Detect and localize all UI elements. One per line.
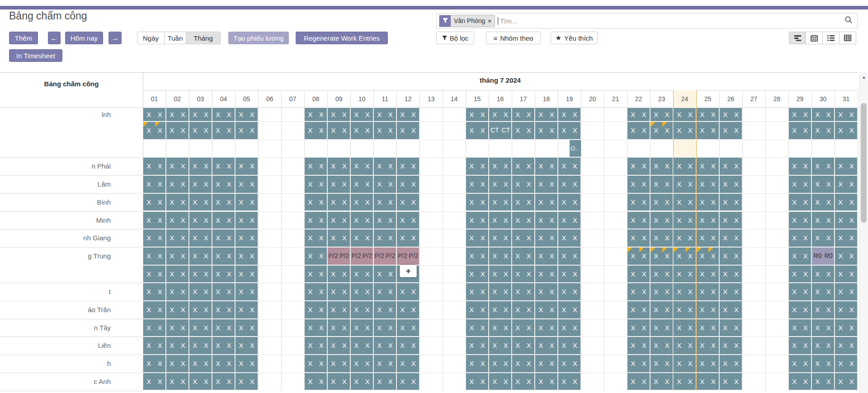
- attendance-cell[interactable]: XX: [305, 176, 327, 193]
- magnifier-icon[interactable]: [844, 16, 853, 26]
- attendance-cell[interactable]: XX: [697, 158, 719, 175]
- attendance-cell[interactable]: XX: [674, 266, 696, 283]
- attendance-cell[interactable]: XX: [512, 373, 534, 390]
- day-header-cell[interactable]: 11: [373, 90, 396, 108]
- day-header-cell[interactable]: 02: [166, 90, 189, 108]
- attendance-cell[interactable]: XX: [328, 194, 350, 211]
- attendance-cell[interactable]: XX: [305, 266, 327, 283]
- attendance-cell[interactable]: XX: [720, 212, 742, 229]
- attendance-cell[interactable]: XX: [789, 283, 811, 300]
- attendance-cell[interactable]: XX: [374, 108, 396, 121]
- attendance-cell[interactable]: XX: [674, 108, 696, 121]
- attendance-cell[interactable]: XX: [351, 229, 373, 247]
- attendance-cell[interactable]: XX: [189, 158, 212, 175]
- attendance-cell[interactable]: XX: [558, 194, 580, 211]
- attendance-cell[interactable]: P/2P/2: [397, 248, 419, 265]
- attendance-cell[interactable]: XX: [627, 248, 650, 265]
- attendance-cell[interactable]: XX: [236, 319, 258, 337]
- attendance-cell[interactable]: XX: [397, 283, 419, 300]
- attendance-cell[interactable]: XX: [189, 266, 212, 283]
- attendance-cell[interactable]: XX: [558, 248, 580, 265]
- gantt-view-button[interactable]: [789, 32, 806, 44]
- attendance-cell[interactable]: XX: [674, 301, 696, 318]
- attendance-cell[interactable]: XX: [489, 283, 511, 300]
- attendance-cell[interactable]: XX: [812, 301, 834, 318]
- attendance-cell[interactable]: XX: [305, 283, 327, 300]
- attendance-cell[interactable]: XX: [397, 373, 419, 390]
- attendance-cell[interactable]: XX: [351, 283, 373, 300]
- attendance-cell[interactable]: XX: [697, 229, 719, 247]
- attendance-cell[interactable]: XX: [143, 373, 165, 390]
- attendance-cell[interactable]: XX: [189, 229, 212, 247]
- attendance-cell[interactable]: XX: [374, 337, 396, 354]
- attendance-cell[interactable]: XX: [720, 355, 742, 372]
- attendance-cell[interactable]: XX: [651, 319, 673, 337]
- attendance-cell[interactable]: XX: [466, 194, 488, 211]
- attendance-cell[interactable]: XX: [789, 108, 811, 121]
- day-header-cell[interactable]: 06: [258, 90, 281, 108]
- attendance-cell[interactable]: XX: [305, 212, 327, 229]
- attendance-cell[interactable]: XX: [535, 373, 557, 390]
- attendance-cell[interactable]: XX: [351, 158, 373, 175]
- favorites-button[interactable]: ★ Yêu thích: [551, 32, 598, 44]
- attendance-cell[interactable]: XX: [512, 176, 534, 193]
- attendance-cell[interactable]: XX: [720, 108, 742, 121]
- row-label[interactable]: n Phái: [0, 157, 111, 175]
- day-header-cell[interactable]: 18: [535, 90, 558, 108]
- day-header-cell[interactable]: 04: [212, 90, 235, 108]
- attendance-cell[interactable]: XX: [489, 176, 511, 193]
- attendance-cell[interactable]: XX: [535, 355, 557, 372]
- row-label[interactable]: Liên: [0, 337, 111, 355]
- attendance-cell[interactable]: XX: [212, 122, 235, 139]
- attendance-cell[interactable]: XX: [651, 301, 673, 318]
- attendance-cell[interactable]: XX: [351, 122, 373, 139]
- attendance-cell[interactable]: XX: [351, 319, 373, 337]
- attendance-cell[interactable]: XX: [143, 108, 165, 121]
- attendance-cell[interactable]: XX: [328, 301, 350, 318]
- attendance-cell[interactable]: XX: [535, 283, 557, 300]
- attendance-cell[interactable]: XX: [674, 248, 696, 265]
- attendance-cell[interactable]: XX: [489, 301, 511, 318]
- attendance-cell[interactable]: XX: [835, 373, 857, 390]
- attendance-cell[interactable]: XX: [720, 194, 742, 211]
- scrollbar-thumb[interactable]: [861, 103, 867, 223]
- attendance-cell[interactable]: XX: [351, 212, 373, 229]
- attendance-cell[interactable]: XX: [697, 373, 719, 390]
- attendance-cell[interactable]: XX: [328, 337, 350, 354]
- attendance-cell[interactable]: XX: [189, 319, 212, 337]
- attendance-cell[interactable]: XX: [720, 248, 742, 265]
- attendance-cell[interactable]: XX: [397, 108, 419, 121]
- attendance-cell[interactable]: XX: [166, 229, 189, 247]
- attendance-cell[interactable]: XX: [397, 122, 419, 139]
- attendance-cell[interactable]: XX: [397, 194, 419, 211]
- attendance-cell[interactable]: XX: [166, 158, 189, 175]
- attendance-cell[interactable]: XX: [789, 229, 811, 247]
- attendance-cell[interactable]: XX: [189, 248, 212, 265]
- attendance-cell[interactable]: XX: [558, 301, 580, 318]
- attendance-cell[interactable]: XX: [535, 319, 557, 337]
- attendance-cell[interactable]: XX: [489, 337, 511, 354]
- day-header-cell[interactable]: 22: [627, 90, 650, 108]
- attendance-cell[interactable]: XX: [558, 266, 580, 283]
- attendance-cell[interactable]: XX: [351, 266, 373, 283]
- attendance-cell[interactable]: XX: [374, 212, 396, 229]
- attendance-cell[interactable]: XX: [466, 212, 488, 229]
- attendance-cell[interactable]: XX: [236, 373, 258, 390]
- attendance-cell[interactable]: XX: [789, 319, 811, 337]
- row-label[interactable]: h: [0, 355, 111, 373]
- day-header-cell[interactable]: 30: [811, 90, 835, 108]
- attendance-cell[interactable]: XX: [651, 266, 673, 283]
- attendance-cell[interactable]: XX: [812, 266, 834, 283]
- attendance-cell[interactable]: XX: [328, 158, 350, 175]
- attendance-cell[interactable]: XX: [558, 176, 580, 193]
- attendance-cell[interactable]: XX: [535, 337, 557, 354]
- attendance-cell[interactable]: XX: [489, 108, 511, 121]
- attendance-cell[interactable]: XX: [212, 266, 235, 283]
- attendance-cell[interactable]: XX: [489, 158, 511, 175]
- attendance-cell[interactable]: XX: [651, 122, 673, 139]
- attendance-cell[interactable]: XX: [212, 319, 235, 337]
- attendance-cell[interactable]: XX: [651, 194, 673, 211]
- day-header-cell[interactable]: 14: [443, 90, 466, 108]
- attendance-cell[interactable]: XX: [627, 355, 650, 372]
- attendance-cell[interactable]: XX: [351, 194, 373, 211]
